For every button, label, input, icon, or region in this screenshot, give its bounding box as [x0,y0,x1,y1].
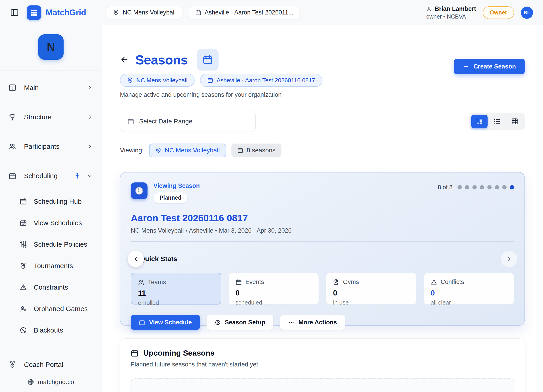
stat-card-conflicts[interactable]: Conflicts 0 all clear [424,273,514,304]
page-subtitle: Manage active and upcoming seasons for y… [120,91,525,98]
brand-name: MatchGrid [46,8,86,17]
quick-stats-title: Quick Stats [140,255,177,263]
stat-card-teams[interactable]: Teams 11 enrolled [131,273,221,304]
org-context-chip[interactable]: NC Mens Volleyball [120,74,195,87]
stat-sublabel: enrolled [138,299,214,306]
dashboard-icon [476,118,483,125]
stat-value: 0 [236,289,312,297]
status-badge: Planned [153,192,187,203]
pagination-dot[interactable] [472,185,477,189]
topbar-season-pill[interactable]: Asheville - Aaron Test 2026011... [189,6,300,19]
sidebar-item-scheduling-hub[interactable]: Scheduling Hub [12,191,102,212]
pagination-dot[interactable] [465,185,469,189]
calendar-icon [195,10,201,16]
pagination-dots [458,185,514,189]
chevron-down-icon [87,173,93,179]
sidebar-item-orphaned-games[interactable]: Orphaned Games [12,298,102,320]
map-pin-icon [113,10,119,16]
brand[interactable]: MatchGrid [27,6,86,20]
upcoming-seasons-card: Upcoming Seasons Planned future seasons … [120,338,525,392]
calendar-icon [139,320,145,326]
stat-card-events[interactable]: Events 0 scheduled [228,273,319,304]
season-title[interactable]: Aaron Test 20260116 0817 [131,213,514,224]
table-view-button[interactable] [507,115,523,128]
pagination-dot[interactable] [510,185,514,189]
ellipsis-icon [288,320,294,326]
calendar-icon [207,77,213,83]
user-meta: owner • NCBVA [426,13,476,20]
sidebar-item-structure[interactable]: Structure [0,102,102,132]
pagination-label: 8 of 8 [438,184,452,191]
sidebar-item-constraints[interactable]: Constraints [12,276,102,298]
user-x-icon [20,305,27,312]
more-actions-button[interactable]: More Actions [280,315,345,330]
users-icon [9,143,16,150]
map-pinned-icon [333,279,339,285]
view-schedule-button[interactable]: View Schedule [131,315,200,330]
sidebar-item-tournaments[interactable]: Tournaments [12,255,102,276]
create-season-button[interactable]: Create Season [454,59,525,74]
season-card: Viewing Season Planned 8 of 8 Aaron Test… [120,172,525,326]
chevron-right-icon [87,114,93,120]
sidebar-item-view-schedules[interactable]: View Schedules [12,212,102,233]
map-pin-icon [127,77,133,83]
chevron-right-icon [87,85,93,91]
season-count-chip: 8 seasons [232,144,282,157]
list-view-button[interactable] [489,115,505,128]
calendar-icon [237,147,243,153]
topbar-org-pill[interactable]: NC Mens Volleyball [107,6,182,19]
date-range-placeholder: Select Date Range [139,118,192,125]
date-range-input[interactable]: Select Date Range [120,111,256,132]
pagination-dot[interactable] [502,185,507,189]
viewing-label: Viewing: [120,147,144,154]
sidebar-item-schedule-policies[interactable]: Schedule Policies [12,233,102,255]
ban-icon [20,327,27,334]
avatar[interactable]: BL [521,6,533,19]
calendar-icon [130,349,139,357]
alert-triangle-icon [20,284,27,291]
sliders-icon [20,241,27,248]
carousel-next-button[interactable] [501,251,517,267]
chevron-right-icon [506,255,512,262]
pagination-dot[interactable] [487,185,492,189]
season-setup-button[interactable]: Season Setup [206,315,274,330]
pagination-dot[interactable] [458,185,462,189]
divider [131,241,514,242]
view-toggle-group [469,113,525,130]
target-icon [215,320,221,326]
workspace-logo[interactable]: N [38,34,64,60]
user-icon [426,6,432,12]
topbar-season-label: Asheville - Aaron Test 2026011... [205,9,294,16]
sidebar-item-participants[interactable]: Participants [0,132,102,161]
card-view-button[interactable] [471,115,487,128]
sidebar-item-scheduling[interactable]: Scheduling [0,161,102,191]
calendar-icon [127,118,134,125]
topbar-org-label: NC Mens Volleyball [123,9,175,16]
viewing-season-label: Viewing Season [153,182,200,189]
carousel-prev-button[interactable] [128,251,144,267]
map-pin-icon [155,147,161,153]
plus-icon [463,63,469,70]
pagination-dot[interactable] [495,185,499,189]
medal-icon [9,361,16,369]
sidebar-item-main[interactable]: Main [0,73,102,102]
page-title: Seasons [135,52,188,67]
sidebar-footer-link[interactable]: matchgrid.co [0,372,102,392]
stat-card-gyms[interactable]: Gyms 0 in use [326,273,417,304]
grid-icon [511,118,518,125]
upcoming-subtitle: Planned future seasons that haven't star… [130,361,514,368]
stat-value: 0 [431,289,507,297]
calendar-days-icon [20,198,27,205]
sidebar-item-blackouts[interactable]: Blackouts [12,320,102,341]
list-icon [493,118,501,125]
pushpin-icon[interactable] [74,172,81,179]
seasons-calendar-icon [197,49,219,71]
back-arrow-icon[interactable] [120,55,129,64]
stat-value: 0 [333,289,409,297]
season-subtitle: NC Mens Volleyball • Asheville • Mar 3, … [131,227,514,234]
sidebar-toggle-icon[interactable] [10,8,19,17]
pagination-dot[interactable] [480,185,484,189]
calendar-icon [9,172,16,180]
season-context-chip[interactable]: Asheville · Aaron Test 20260116 0817 [200,74,322,87]
viewing-org-chip[interactable]: NC Mens Volleyball [149,144,226,157]
